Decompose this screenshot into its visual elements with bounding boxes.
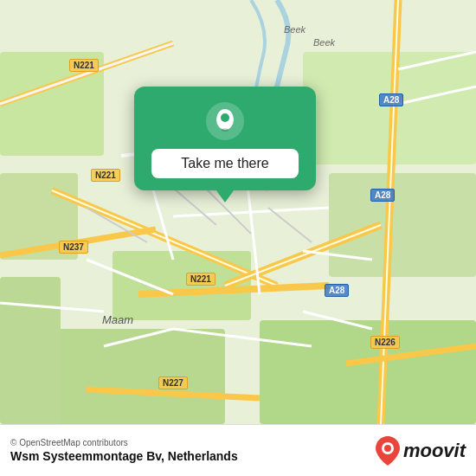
road-label-a28-top: A28 — [379, 93, 403, 106]
bottom-left: © OpenStreetMap contributors Wsm Systeem… — [10, 438, 238, 463]
road-label-n221-top: N221 — [69, 59, 99, 72]
svg-rect-6 — [260, 320, 476, 424]
moovit-logo: moovit — [376, 436, 466, 466]
place-label-beek1: Beek — [284, 24, 306, 35]
place-label-maam: Maam — [102, 313, 133, 326]
road-label-n221-mid: N221 — [91, 169, 120, 182]
road-label-a28-bot: A28 — [325, 284, 349, 297]
attribution-text: © OpenStreetMap contributors — [10, 438, 238, 447]
road-label-n237: N237 — [59, 241, 88, 254]
place-name: Wsm Systeemmontage Bv, Netherlands — [10, 449, 238, 463]
popup-card: Take me there — [134, 87, 316, 190]
road-label-n221-bot: N221 — [186, 273, 215, 286]
bottom-bar: © OpenStreetMap contributors Wsm Systeem… — [0, 424, 476, 476]
map-container: N221 N221 N221 N237 A28 A28 A28 N226 N22… — [0, 0, 476, 424]
svg-rect-4 — [329, 173, 476, 277]
svg-point-40 — [222, 128, 228, 132]
take-me-there-button[interactable]: Take me there — [151, 149, 299, 178]
svg-point-39 — [221, 113, 229, 122]
road-label-a28-mid: A28 — [370, 189, 395, 202]
place-label-beek2: Beek — [313, 37, 335, 48]
road-label-n226: N226 — [370, 336, 400, 349]
svg-rect-5 — [52, 329, 225, 424]
moovit-pin-icon — [376, 436, 400, 466]
moovit-text: moovit — [403, 440, 466, 462]
road-label-n227: N227 — [158, 376, 188, 389]
svg-rect-8 — [0, 277, 61, 424]
svg-point-42 — [384, 445, 391, 452]
location-pin-icon — [206, 102, 244, 140]
